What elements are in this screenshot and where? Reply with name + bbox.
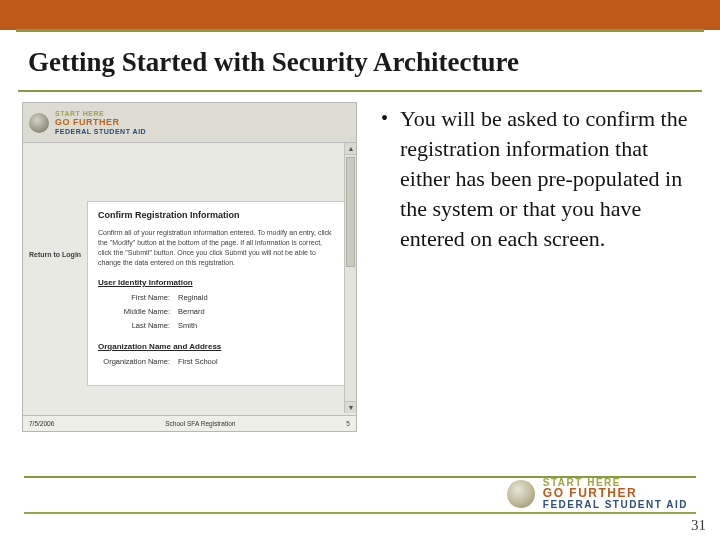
footer-title: School SFA Registration: [165, 420, 235, 427]
footer-brand-line3: FEDERAL STUDENT AID: [543, 499, 688, 510]
scroll-thumb[interactable]: [346, 157, 355, 267]
embedded-screenshot: START HERE GO FURTHER FEDERAL STUDENT AI…: [22, 102, 357, 432]
middle-name-value: Bernard: [178, 307, 205, 316]
return-to-login-link[interactable]: Return to Login: [29, 251, 81, 258]
top-orange-stripe: [0, 0, 720, 30]
last-name-label: Last Name:: [98, 321, 178, 330]
first-name-label: First Name:: [98, 293, 178, 302]
bullet-paragraph: You will be asked to confirm the registr…: [400, 104, 688, 254]
footer-date: 7/5/2006: [29, 420, 54, 427]
section-user-identity: User Identity Information: [98, 278, 337, 287]
seal-icon: [29, 113, 49, 133]
middle-name-label: Middle Name:: [98, 307, 178, 316]
bullet-icon: •: [381, 104, 388, 254]
last-name-value: Smith: [178, 321, 197, 330]
footer-brand: START HERE GO FURTHER FEDERAL STUDENT AI…: [507, 477, 688, 510]
page-number: 31: [691, 517, 706, 534]
bullet-area: • You will be asked to confirm the regis…: [381, 102, 698, 432]
card-title: Confirm Registration Information: [98, 210, 337, 220]
top-green-accent: [16, 29, 704, 32]
footer-green-rule: [24, 512, 696, 514]
card-description: Confirm all of your registration informa…: [98, 228, 337, 268]
screenshot-header: START HERE GO FURTHER FEDERAL STUDENT AI…: [23, 103, 356, 143]
field-last-name: Last Name: Smith: [98, 321, 337, 330]
footer-seal-icon: [507, 480, 535, 508]
field-org-name: Organization Name: First School: [98, 357, 337, 366]
screenshot-brand: START HERE GO FURTHER FEDERAL STUDENT AI…: [55, 109, 146, 136]
org-name-label: Organization Name:: [98, 357, 178, 366]
scroll-down-icon[interactable]: ▼: [345, 401, 357, 413]
screenshot-footer: 7/5/2006 School SFA Registration 5: [23, 415, 356, 431]
footer-page: 5: [346, 420, 350, 427]
org-name-value: First School: [178, 357, 218, 366]
field-first-name: First Name: Reginald: [98, 293, 337, 302]
confirm-registration-card: Confirm Registration Information Confirm…: [87, 201, 348, 386]
content-row: START HERE GO FURTHER FEDERAL STUDENT AI…: [0, 92, 720, 432]
title-area: Getting Started with Security Architectu…: [0, 33, 720, 84]
footer-brand-line2: GO FURTHER: [543, 488, 688, 499]
brand-line2: GO FURTHER: [55, 118, 146, 127]
scrollbar[interactable]: ▲ ▼: [344, 143, 356, 413]
field-middle-name: Middle Name: Bernard: [98, 307, 337, 316]
first-name-value: Reginald: [178, 293, 208, 302]
screenshot-body: Return to Login Confirm Registration Inf…: [23, 143, 356, 413]
scroll-up-icon[interactable]: ▲: [345, 143, 357, 155]
section-organization: Organization Name and Address: [98, 342, 337, 351]
brand-line3: FEDERAL STUDENT AID: [55, 127, 146, 136]
slide-title: Getting Started with Security Architectu…: [28, 47, 692, 78]
